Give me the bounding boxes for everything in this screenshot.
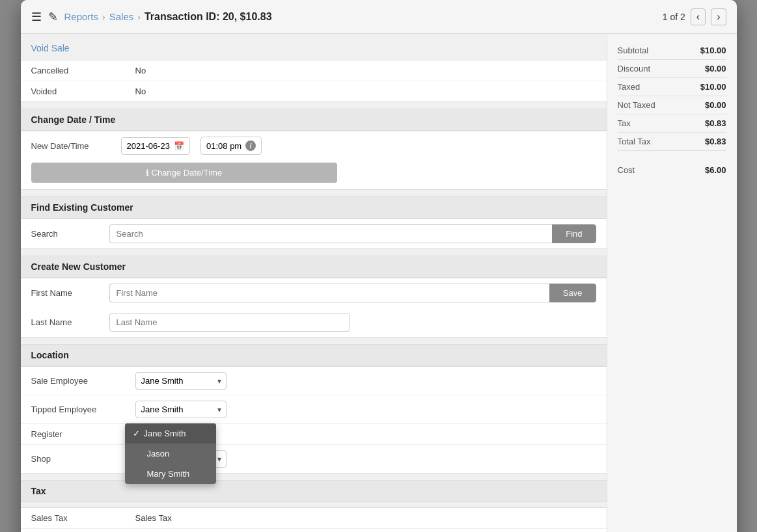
sale-employee-select[interactable]: Jane Smith Jason Mary Smith: [135, 372, 227, 390]
dropdown-jason-label: Jason: [147, 449, 170, 459]
dropdown-item-jane[interactable]: ✓ Jane Smith: [125, 423, 216, 444]
tax-label: Tax: [618, 118, 631, 128]
tipped-employee-dropdown: ✓ Jane Smith Jason Mary Smith: [125, 423, 216, 484]
dropdown-mary-label: Mary Smith: [147, 469, 190, 479]
taxed-label: Taxed: [618, 82, 640, 92]
date-value: 2021-06-23: [127, 141, 171, 151]
discount-label: Discount: [618, 64, 651, 73]
breadcrumb: Reports › Sales › Transaction ID: 20, $1…: [64, 11, 272, 23]
logo-icon: ✎: [48, 10, 58, 24]
next-button[interactable]: ›: [711, 8, 726, 25]
total-tax-label: Total Tax: [618, 137, 651, 146]
tipped-employee-label: Tipped Employee: [31, 405, 135, 414]
search-input[interactable]: [109, 224, 553, 243]
sidebar-right: Subtotal $10.00 Discount $0.00 Taxed $10…: [607, 34, 737, 532]
discount-row: Discount $0.00: [618, 60, 726, 78]
breadcrumb-sep-2: ›: [137, 12, 141, 22]
cost-label: Cost: [618, 165, 635, 175]
total-tax-row: Total Tax $0.83: [618, 133, 726, 151]
not-taxed-value: $0.00: [705, 100, 726, 110]
subtotal-row: Subtotal $10.00: [618, 42, 726, 60]
subtotal-value: $10.00: [700, 46, 726, 55]
change-date-header: Change Date / Time: [21, 109, 607, 131]
sales-tax-label: Sales Tax: [31, 513, 135, 523]
create-customer-section: First Name Save Last Name: [21, 278, 607, 338]
pagination: 1 of 2 ‹ ›: [663, 8, 726, 25]
tax-rate-row: Tax Rate 8.25%: [21, 529, 607, 532]
breadcrumb-current: Transaction ID: 20, $10.83: [145, 11, 272, 23]
find-button[interactable]: Find: [552, 224, 596, 243]
change-datetime-button[interactable]: ℹ Change Date/Time: [31, 163, 337, 183]
location-header: Location: [21, 344, 607, 366]
tipped-employee-select[interactable]: Jane Smith Jason Mary Smith: [135, 401, 227, 418]
breadcrumb-sep-1: ›: [102, 12, 105, 22]
new-datetime-label: New Date/Time: [31, 141, 116, 151]
prev-button[interactable]: ‹: [691, 8, 706, 25]
tax-row: Tax $0.83: [618, 114, 726, 133]
sale-employee-select-wrapper: Jane Smith Jason Mary Smith: [135, 372, 227, 390]
discount-value: $0.00: [705, 64, 726, 73]
pagination-label: 1 of 2: [663, 12, 685, 22]
cost-value: $6.00: [705, 165, 726, 175]
subtotal-label: Subtotal: [618, 46, 649, 55]
sale-employee-label: Sale Employee: [31, 376, 135, 386]
register-label: Register: [31, 429, 135, 439]
main-content: Void Sale Cancelled No Voided No Change …: [21, 34, 737, 532]
datetime-row: New Date/Time 2021-06-23 📅 01:08 pm i: [21, 131, 607, 160]
time-info-icon[interactable]: i: [245, 140, 256, 151]
change-date-section: New Date/Time 2021-06-23 📅 01:08 pm i ℹ …: [21, 131, 607, 190]
cancelled-row: Cancelled No: [21, 60, 607, 81]
check-icon: ✓: [133, 429, 140, 438]
create-customer-header: Create New Customer: [21, 256, 607, 278]
shop-label: Shop: [31, 454, 135, 464]
total-tax-value: $0.83: [705, 137, 726, 146]
basic-fields-section: Cancelled No Voided No: [21, 60, 607, 102]
header: ☰ ✎ Reports › Sales › Transaction ID: 20…: [21, 0, 737, 34]
register-row: Register: [21, 424, 607, 445]
tax-value: $0.83: [705, 118, 726, 128]
find-customer-header: Find Existing Customer: [21, 196, 607, 219]
not-taxed-label: Not Taxed: [618, 100, 655, 110]
taxed-row: Taxed $10.00: [618, 78, 726, 96]
location-section: Sale Employee Jane Smith Jason Mary Smit…: [21, 366, 607, 473]
sale-employee-row: Sale Employee Jane Smith Jason Mary Smit…: [21, 367, 607, 395]
taxed-value: $10.00: [700, 82, 726, 92]
breadcrumb-sales[interactable]: Sales: [109, 11, 134, 22]
voided-value: No: [135, 86, 146, 96]
find-customer-section: Search Find: [21, 219, 607, 249]
save-button[interactable]: Save: [549, 284, 596, 302]
dropdown-item-jason[interactable]: Jason: [125, 444, 216, 464]
breadcrumb-reports[interactable]: Reports: [64, 11, 99, 22]
last-name-input[interactable]: [109, 313, 350, 332]
void-sale-link[interactable]: Void Sale: [31, 43, 70, 53]
void-sale-link-area: Void Sale: [21, 40, 607, 60]
tipped-employee-select-wrapper: Jane Smith Jason Mary Smith: [135, 401, 227, 418]
tipped-employee-row: Tipped Employee Jane Smith Jason Mary Sm…: [21, 395, 607, 424]
sales-tax-row: Sales Tax Sales Tax: [21, 508, 607, 529]
time-input[interactable]: 01:08 pm i: [200, 137, 262, 155]
menu-icon[interactable]: ☰: [31, 10, 42, 24]
dropdown-jane-label: Jane Smith: [144, 429, 186, 438]
app-window: ☰ ✎ Reports › Sales › Transaction ID: 20…: [21, 0, 737, 532]
search-row: Search Find: [21, 219, 607, 248]
last-name-row: Last Name: [21, 308, 607, 337]
first-name-input[interactable]: [109, 284, 549, 302]
cost-row: Cost $6.00: [618, 161, 726, 179]
dropdown-item-mary[interactable]: Mary Smith: [125, 464, 216, 484]
time-value: 01:08 pm: [206, 141, 241, 151]
tax-header: Tax: [21, 480, 607, 502]
voided-label: Voided: [31, 86, 135, 96]
voided-row: Voided No: [21, 81, 607, 101]
tax-section: Sales Tax Sales Tax Tax Rate 8.25%: [21, 507, 607, 532]
last-name-label: Last Name: [31, 317, 109, 327]
not-taxed-row: Not Taxed $0.00: [618, 96, 726, 114]
date-input[interactable]: 2021-06-23 📅: [121, 137, 191, 155]
content-area: Void Sale Cancelled No Voided No Change …: [21, 34, 607, 532]
first-name-label: First Name: [31, 288, 109, 298]
cancelled-value: No: [135, 66, 146, 75]
cancelled-label: Cancelled: [31, 66, 135, 75]
sales-tax-value: Sales Tax: [135, 513, 172, 523]
calendar-icon[interactable]: 📅: [174, 141, 184, 151]
shop-row: Shop Gameporium: [21, 445, 607, 473]
first-name-row: First Name Save: [21, 278, 607, 308]
